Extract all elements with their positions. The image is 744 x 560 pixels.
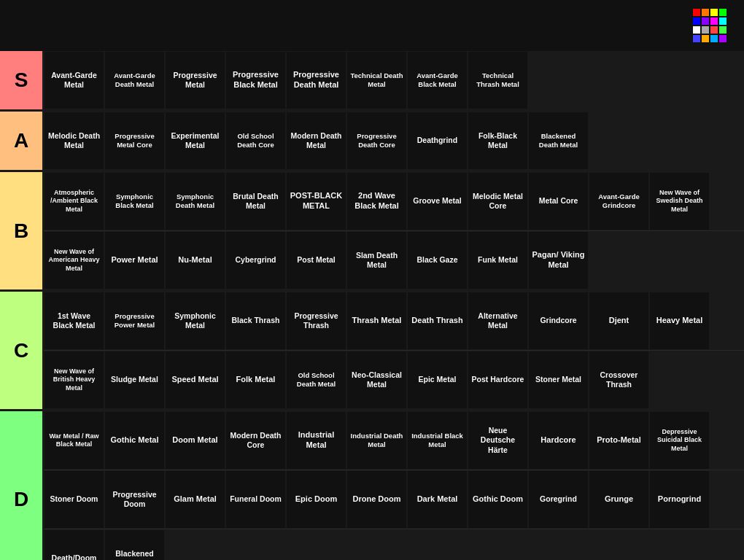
genre-cell[interactable]: Symphonic Death Metal <box>165 172 225 230</box>
genre-cell[interactable]: Black Thrash <box>225 292 286 350</box>
genre-cell[interactable]: Death/Doom <box>44 529 104 560</box>
logo-cell <box>693 9 700 16</box>
logo-cell <box>693 18 700 25</box>
genre-cell[interactable]: Stoner Doom <box>44 470 104 529</box>
genre-cell[interactable]: Progressive Metal <box>165 51 225 109</box>
genre-cell[interactable]: Gothic Metal <box>104 411 165 470</box>
genre-cell[interactable]: Goregrind <box>528 470 589 529</box>
genre-cell[interactable]: Blackened Death Metal <box>528 112 589 170</box>
genre-cell[interactable]: Post Metal <box>286 231 346 289</box>
tier-label-b: B <box>0 172 44 289</box>
genre-cell[interactable]: Avant-Garde Grindcore <box>589 172 649 230</box>
genre-cell[interactable]: Progressive Death Core <box>346 112 407 170</box>
genre-cell[interactable]: Technical Thrash Metal <box>468 51 528 109</box>
genre-cell[interactable]: New Wave of Swedish Death Metal <box>649 172 710 230</box>
genre-cell[interactable]: Symphonic Metal <box>165 292 225 350</box>
genre-cell[interactable]: Thrash Metal <box>346 292 407 350</box>
tier-row-b-1: New Wave of American Heavy MetalPower Me… <box>44 231 744 289</box>
genre-cell[interactable]: Grindcore <box>528 292 589 350</box>
genre-cell[interactable]: Experimental Metal <box>165 112 225 170</box>
genre-cell[interactable]: Old School Death Metal <box>286 351 346 409</box>
genre-cell[interactable]: Industrial Metal <box>286 411 346 470</box>
genre-cell[interactable]: Djent <box>589 292 649 350</box>
tier-row-b-0: Atmospheric /Ambient Black MetalSymphoni… <box>44 172 744 231</box>
genre-cell[interactable]: Dark Metal <box>407 470 468 529</box>
genre-cell[interactable]: Drone Doom <box>346 470 407 529</box>
tier-sub-rows-a: Melodic Death MetalProgressive Metal Cor… <box>44 112 744 170</box>
genre-cell[interactable]: Folk-Black Metal <box>468 112 528 170</box>
genre-cell[interactable]: Folk Metal <box>225 351 286 409</box>
genre-cell[interactable]: 1st Wave Black Metal <box>44 292 104 350</box>
logo-cell <box>710 9 718 16</box>
genre-cell[interactable]: Neue Deutsche Härte <box>468 411 528 470</box>
genre-cell[interactable]: New Wave of British Heavy Metal <box>44 351 104 409</box>
logo-cell <box>702 26 709 34</box>
genre-cell[interactable]: Depressive Suicidal Black Metal <box>649 411 710 470</box>
genre-cell[interactable]: Neo-Classical Metal <box>346 351 407 409</box>
genre-cell[interactable]: Cybergrind <box>225 231 286 289</box>
genre-cell[interactable]: Doom Metal <box>165 411 225 470</box>
genre-cell[interactable]: Progressive Doom <box>104 470 165 529</box>
genre-cell[interactable]: Proto-Metal <box>589 411 649 470</box>
genre-cell[interactable]: Alternative Metal <box>468 292 528 350</box>
genre-cell[interactable]: Progressive Death Metal <box>286 51 346 109</box>
genre-cell[interactable]: Power Metal <box>104 231 165 289</box>
genre-cell[interactable]: Speed Metal <box>165 351 225 409</box>
genre-cell[interactable]: Gothic Doom <box>468 470 528 529</box>
genre-cell[interactable]: Old School Death Core <box>225 112 286 170</box>
genre-cell[interactable]: Industrial Death Metal <box>346 411 407 470</box>
genre-cell[interactable]: Funeral Doom <box>225 470 286 529</box>
header <box>0 0 744 51</box>
genre-cell[interactable]: Atmospheric /Ambient Black Metal <box>44 172 104 230</box>
genre-cell[interactable]: Glam Metal <box>165 470 225 529</box>
genre-cell[interactable]: Heavy Metal <box>649 292 710 350</box>
genre-cell[interactable]: War Metal / Raw Black Metal <box>44 411 104 470</box>
genre-cell[interactable]: Epic Doom <box>286 470 346 529</box>
genre-cell[interactable]: New Wave of American Heavy Metal <box>44 231 104 289</box>
logo-cell <box>702 35 709 42</box>
tier-group-b: BAtmospheric /Ambient Black MetalSymphon… <box>0 172 744 292</box>
genre-cell[interactable]: Avant-Garde Death Metal <box>104 51 165 109</box>
genre-cell[interactable]: Progressive Thrash <box>286 292 346 350</box>
genre-cell[interactable]: Death Thrash <box>407 292 468 350</box>
genre-cell[interactable]: Slam Death Metal <box>346 231 407 289</box>
tier-group-d: DWar Metal / Raw Black MetalGothic Metal… <box>0 411 744 560</box>
genre-cell[interactable]: Hardcore <box>528 411 589 470</box>
genre-cell[interactable]: POST-BLACK METAL <box>286 172 346 230</box>
genre-cell[interactable]: Crossover Thrash <box>589 351 649 409</box>
genre-cell[interactable]: Progressive Metal Core <box>104 112 165 170</box>
genre-cell[interactable]: Funk Metal <box>468 231 528 289</box>
genre-cell[interactable]: Pornogrind <box>649 470 710 529</box>
tier-rows: SAvant-Garde MetalAvant-Garde Death Meta… <box>0 51 744 560</box>
genre-cell[interactable]: Stoner Metal <box>528 351 589 409</box>
genre-cell[interactable]: Epic Metal <box>407 351 468 409</box>
genre-cell[interactable]: Pagan/ Viking Metal <box>528 231 589 289</box>
tier-label-a: A <box>0 112 44 170</box>
logo-cell <box>710 26 718 34</box>
genre-cell[interactable]: Groove Metal <box>407 172 468 230</box>
genre-cell[interactable]: Technical Death Metal <box>346 51 407 109</box>
genre-cell[interactable]: Grunge <box>589 470 649 529</box>
genre-cell[interactable]: Symphonic Black Metal <box>104 172 165 230</box>
genre-cell[interactable]: Modern Death Metal <box>286 112 346 170</box>
genre-cell[interactable]: Post Hardcore <box>468 351 528 409</box>
genre-cell[interactable]: Modern Death Core <box>225 411 286 470</box>
genre-cell[interactable]: Industrial Black Metal <box>407 411 468 470</box>
genre-cell[interactable]: Brutal Death Metal <box>225 172 286 230</box>
genre-cell[interactable]: Nu-Metal <box>165 231 225 289</box>
genre-cell[interactable]: 2nd Wave Black Metal <box>346 172 407 230</box>
genre-cell[interactable]: Metal Core <box>528 172 589 230</box>
genre-cell[interactable]: Melodic Metal Core <box>468 172 528 230</box>
genre-cell[interactable]: Black Gaze <box>407 231 468 289</box>
genre-cell[interactable]: Sludge Metal <box>104 351 165 409</box>
genre-cell[interactable]: Deathgrind <box>407 112 468 170</box>
logo-cell <box>693 35 700 42</box>
genre-cell[interactable]: Avant-Garde Black Metal <box>407 51 468 109</box>
genre-cell[interactable]: Progressive Power Metal <box>104 292 165 350</box>
genre-cell[interactable]: Avant-Garde Metal <box>44 51 104 109</box>
genre-cell[interactable]: Blackened Doom Metal <box>104 529 165 560</box>
logo-cell <box>719 9 726 16</box>
genre-cell[interactable]: Progressive Black Metal <box>225 51 286 109</box>
genre-cell[interactable]: Melodic Death Metal <box>44 112 104 170</box>
tier-row-d-0: War Metal / Raw Black MetalGothic MetalD… <box>44 411 744 470</box>
